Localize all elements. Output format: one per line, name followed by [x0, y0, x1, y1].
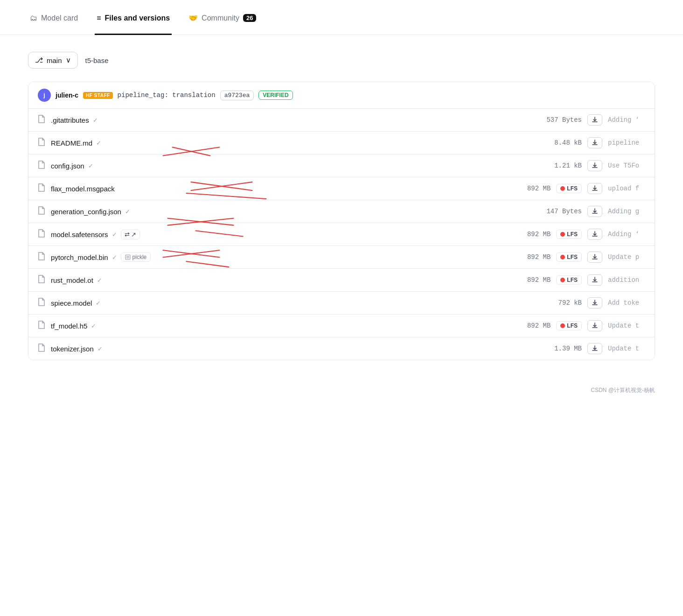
file-row: tf_model.h5✓892 MB LFS Update t [28, 315, 655, 337]
commit-message: Add toke [608, 299, 645, 307]
file-size: 892 MB [509, 253, 551, 261]
check-icon: ✓ [97, 277, 102, 284]
hf-staff-badge: HF STAFF [83, 92, 113, 99]
commit-message: upload f [608, 185, 645, 192]
file-icon [38, 298, 45, 308]
file-name-link[interactable]: spiece.model [51, 299, 92, 307]
download-button[interactable] [587, 343, 602, 354]
download-button[interactable] [587, 274, 602, 286]
file-table-wrapper: j julien-c HF STAFF pipeline_tag: transl… [28, 82, 655, 360]
check-icon: ✓ [125, 208, 130, 215]
file-size: 892 MB [509, 276, 551, 284]
file-name-cell: README.md✓ [51, 139, 290, 147]
branch-chevron-icon: ∨ [66, 56, 71, 64]
file-name-cell: tf_model.h5✓ [51, 322, 274, 330]
lfs-dot [560, 278, 565, 282]
file-name-link[interactable]: flax_model.msgpack [51, 185, 115, 193]
file-row: rust_model.ot✓892 MB LFS addition [28, 269, 655, 292]
commit-header: j julien-c HF STAFF pipeline_tag: transl… [28, 82, 655, 109]
commit-message: Use T5Fo [608, 162, 645, 169]
file-row: model.safetensors✓⇄ ↗892 MB LFS Adding ‘ [28, 223, 655, 246]
tab-community[interactable]: 🤝 Community 26 [187, 0, 258, 35]
file-icon [38, 138, 45, 148]
check-icon: ✓ [91, 322, 96, 329]
commit-hash[interactable]: a9723ea [220, 91, 254, 100]
file-icon [38, 343, 45, 354]
check-icon: ✓ [96, 300, 101, 307]
file-icon [38, 115, 45, 125]
download-button[interactable] [587, 229, 602, 240]
commit-message: pipeline [608, 139, 645, 147]
file-size: 537 Bytes [540, 116, 582, 124]
download-button[interactable] [587, 320, 602, 331]
download-button[interactable] [587, 160, 602, 171]
commit-message: Update p [608, 253, 645, 261]
community-badge: 26 [243, 14, 256, 22]
tab-community-label: Community [202, 14, 239, 22]
download-button[interactable] [587, 252, 602, 263]
commit-message: Adding g [608, 208, 645, 215]
lfs-badge: LFS [556, 184, 582, 193]
branch-selector[interactable]: ⎇ main ∨ [28, 52, 78, 69]
download-button[interactable] [587, 297, 602, 308]
commit-author[interactable]: julien-c [56, 91, 78, 99]
file-name-cell: tokenizer.json✓ [51, 345, 290, 353]
check-icon: ✓ [98, 345, 103, 352]
file-name-link[interactable]: tf_model.h5 [51, 322, 87, 330]
files-icon: ≡ [97, 14, 101, 22]
lfs-badge: LFS [556, 252, 582, 262]
file-size: 1.39 MB [540, 345, 582, 352]
file-icon [38, 206, 45, 217]
lfs-dot [560, 255, 565, 259]
main-content: ⎇ main ∨ t5-base j julien-c HF STAFF pip… [0, 35, 683, 377]
check-icon: ✓ [93, 117, 98, 124]
file-name-link[interactable]: pytorch_model.bin [51, 253, 108, 261]
tab-model-card[interactable]: 🗂 Model card [28, 1, 80, 35]
file-name-link[interactable]: generation_config.json [51, 208, 121, 216]
commit-pipeline: pipeline_tag: translation [118, 91, 216, 99]
file-size: 892 MB [509, 322, 551, 329]
file-size: 8.48 kB [540, 139, 582, 147]
file-row: .gitattributes✓537 Bytes Adding ‘ [28, 109, 655, 132]
file-row: spiece.model✓792 kB Add toke [28, 292, 655, 315]
download-button[interactable] [587, 183, 602, 194]
file-row: flax_model.msgpack892 MB LFS upload f [28, 177, 655, 200]
author-avatar: j [38, 89, 51, 102]
lfs-dot [560, 323, 565, 328]
file-size: 892 MB [509, 231, 551, 238]
download-button[interactable] [587, 206, 602, 217]
tabs-bar: 🗂 Model card ≡ Files and versions 🤝 Comm… [0, 0, 683, 35]
file-name-link[interactable]: .gitattributes [51, 116, 89, 124]
file-icon [38, 275, 45, 285]
community-icon: 🤝 [188, 14, 198, 22]
file-name-link[interactable]: rust_model.ot [51, 276, 93, 284]
file-name-cell: spiece.model✓ [51, 299, 290, 307]
safetensors-badge[interactable]: ⇄ ↗ [121, 230, 140, 239]
file-row: generation_config.json✓147 Bytes Adding … [28, 200, 655, 223]
branch-icon: ⎇ [35, 56, 43, 64]
tab-files-label: Files and versions [105, 14, 170, 22]
file-icon [38, 183, 45, 194]
file-name-cell: rust_model.ot✓ [51, 276, 274, 284]
lfs-badge: LFS [556, 230, 582, 239]
check-icon: ✓ [88, 162, 93, 169]
file-name-link[interactable]: model.safetensors [51, 231, 108, 238]
check-icon: ✓ [96, 140, 101, 147]
file-name-link[interactable]: tokenizer.json [51, 345, 94, 353]
file-name-cell: pytorch_model.bin✓ pickle [51, 252, 274, 262]
file-name-cell: generation_config.json✓ [51, 208, 290, 216]
file-name-link[interactable]: config.json [51, 162, 84, 170]
file-size: 147 Bytes [540, 208, 582, 215]
file-name-link[interactable]: README.md [51, 139, 92, 147]
file-row: pytorch_model.bin✓ pickle892 MB LFS Upda… [28, 246, 655, 269]
file-icon [38, 252, 45, 262]
lfs-badge: LFS [556, 275, 582, 285]
tab-files-and-versions[interactable]: ≡ Files and versions [95, 1, 172, 35]
download-button[interactable] [587, 137, 602, 148]
file-icon [38, 321, 45, 331]
commit-message: Update t [608, 345, 645, 352]
check-icon: ✓ [112, 231, 117, 238]
file-row: config.json✓1.21 kB Use T5Fo [28, 154, 655, 177]
file-size: 792 kB [540, 299, 582, 307]
download-button[interactable] [587, 114, 602, 126]
